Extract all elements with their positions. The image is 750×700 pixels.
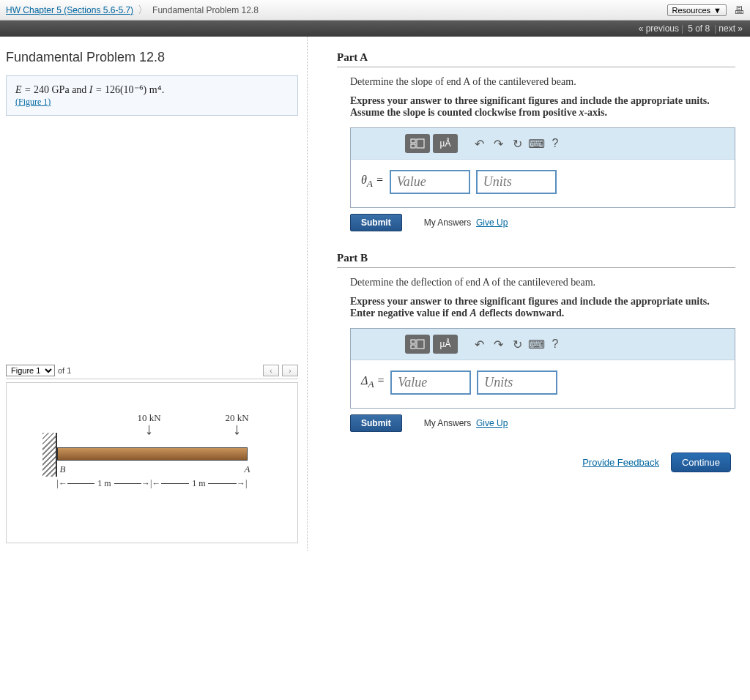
part-b-toolbar: µÅ ↶ ↷ ↻ ⌨ ? bbox=[351, 329, 735, 360]
my-answers-label: My Answers bbox=[424, 217, 472, 228]
given-E-value: 240 bbox=[34, 84, 49, 95]
dimension-1: |←1 m→| bbox=[57, 478, 152, 489]
problem-nav-bar: « previous | 5 of 8 | next » bbox=[0, 21, 750, 37]
svg-rect-4 bbox=[417, 340, 424, 349]
right-column: Part A Determine the slope of end A of t… bbox=[308, 37, 750, 551]
reset-icon[interactable]: ↻ bbox=[509, 336, 525, 352]
problem-title: Fundamental Problem 12.8 bbox=[6, 50, 298, 65]
svg-rect-1 bbox=[417, 139, 424, 148]
part-b-units-input[interactable] bbox=[477, 371, 557, 395]
given-E-label: E = bbox=[15, 84, 34, 95]
fixed-support bbox=[42, 433, 57, 477]
part-b-value-input[interactable] bbox=[390, 371, 471, 395]
figure-link[interactable]: (Figure 1) bbox=[15, 97, 51, 107]
figure-header: Figure 1 of 1 ‹ › bbox=[6, 365, 298, 379]
given-I-label: I = bbox=[89, 84, 105, 95]
problem-statement-box: E = 240 GPa and I = 126(10⁻⁶) m⁴. (Figur… bbox=[6, 75, 298, 116]
part-b-submit-button[interactable]: Submit bbox=[350, 414, 402, 432]
svg-rect-3 bbox=[411, 340, 415, 343]
beam bbox=[57, 447, 248, 461]
redo-icon[interactable]: ↷ bbox=[490, 135, 506, 152]
part-a-value-input[interactable] bbox=[390, 170, 470, 194]
breadcrumb-link[interactable]: HW Chapter 5 (Sections 5.6-5.7) bbox=[6, 5, 133, 15]
point-A-label: A bbox=[245, 463, 250, 475]
previous-link[interactable]: « previous bbox=[639, 23, 679, 34]
figure-next-button[interactable]: › bbox=[282, 365, 298, 376]
resources-label: Resources bbox=[672, 6, 711, 15]
template-icon[interactable] bbox=[405, 134, 430, 153]
nav-position: 5 of 8 bbox=[688, 23, 710, 34]
point-B-label: B bbox=[60, 463, 66, 475]
load-1: 10 kN↓ bbox=[138, 412, 161, 437]
top-bar: HW Chapter 5 (Sections 5.6-5.7) 〉 Fundam… bbox=[0, 0, 750, 21]
undo-icon[interactable]: ↶ bbox=[471, 135, 487, 152]
part-b-submit-row: Submit My Answers Give Up bbox=[350, 414, 735, 432]
reset-icon[interactable]: ↻ bbox=[509, 135, 525, 152]
units-icon[interactable]: µÅ bbox=[433, 335, 458, 354]
figure-image: 10 kN↓ 20 kN↓ B A |←1 m→| ←1 m→| bbox=[6, 382, 298, 543]
help-icon[interactable]: ? bbox=[547, 336, 563, 352]
given-mid: and bbox=[70, 84, 89, 95]
nav-divider: | bbox=[714, 23, 716, 34]
resources-button[interactable]: Resources ▼ bbox=[667, 4, 727, 16]
breadcrumb-current: Fundamental Problem 12.8 bbox=[152, 5, 259, 15]
keyboard-icon[interactable]: ⌨ bbox=[528, 135, 544, 152]
part-a-submit-row: Submit My Answers Give Up bbox=[350, 214, 735, 231]
next-link[interactable]: next » bbox=[719, 23, 743, 34]
dropdown-icon: ▼ bbox=[713, 6, 721, 15]
give-up-link[interactable]: Give Up bbox=[476, 418, 508, 428]
part-b-variable: ΔA = bbox=[361, 374, 385, 390]
figure-prev-button[interactable]: ‹ bbox=[263, 365, 279, 376]
footer-actions: Provide Feedback Continue bbox=[337, 453, 735, 472]
continue-button[interactable]: Continue bbox=[671, 453, 731, 472]
redo-icon[interactable]: ↷ bbox=[490, 336, 506, 352]
given-I-value: 126(10⁻⁶) m⁴ bbox=[105, 84, 162, 95]
svg-rect-0 bbox=[411, 139, 415, 143]
breadcrumb-separator: 〉 bbox=[138, 4, 148, 17]
give-up-link[interactable]: Give Up bbox=[476, 217, 508, 228]
part-a-toolbar: µÅ ↶ ↷ ↻ ⌨ ? bbox=[351, 128, 735, 160]
my-answers-label: My Answers bbox=[424, 418, 472, 428]
part-b-description: Determine the deflection of end A of the… bbox=[350, 277, 735, 288]
part-a-answer-box: µÅ ↶ ↷ ↻ ⌨ ? θA = bbox=[350, 127, 735, 208]
print-icon[interactable]: 🖶 bbox=[734, 4, 744, 16]
svg-rect-5 bbox=[411, 345, 415, 349]
part-a-instructions: Express your answer to three significant… bbox=[350, 95, 735, 119]
part-a-header: Part A bbox=[337, 51, 735, 67]
units-icon[interactable]: µÅ bbox=[433, 134, 458, 153]
part-a-variable: θA = bbox=[361, 174, 384, 190]
provide-feedback-link[interactable]: Provide Feedback bbox=[582, 457, 659, 468]
part-b-input-row: ΔA = bbox=[351, 360, 735, 408]
help-icon[interactable]: ? bbox=[547, 135, 563, 152]
keyboard-icon[interactable]: ⌨ bbox=[528, 336, 544, 352]
left-column: Fundamental Problem 12.8 E = 240 GPa and… bbox=[0, 37, 308, 551]
figure-selector[interactable]: Figure 1 bbox=[6, 365, 55, 376]
nav-divider: | bbox=[681, 23, 683, 34]
part-b-header: Part B bbox=[337, 252, 735, 268]
given-E-unit: GPa bbox=[49, 84, 70, 95]
part-a-description: Determine the slope of end A of the cant… bbox=[350, 76, 735, 88]
given-suffix: . bbox=[162, 84, 165, 95]
figure-panel: Figure 1 of 1 ‹ › 10 kN↓ 20 kN↓ B bbox=[6, 365, 298, 543]
dimension-2: ←1 m→| bbox=[152, 478, 248, 489]
part-a-units-input[interactable] bbox=[476, 170, 557, 194]
figure-count: of 1 bbox=[58, 366, 71, 375]
load-2: 20 kN↓ bbox=[226, 412, 249, 437]
part-a-input-row: θA = bbox=[351, 160, 735, 207]
part-b-instructions: Express your answer to three significant… bbox=[350, 296, 735, 319]
template-icon[interactable] bbox=[405, 335, 430, 354]
part-a-submit-button[interactable]: Submit bbox=[350, 214, 402, 231]
part-b-answer-box: µÅ ↶ ↷ ↻ ⌨ ? ΔA = bbox=[350, 328, 735, 409]
svg-rect-2 bbox=[411, 144, 415, 148]
undo-icon[interactable]: ↶ bbox=[471, 336, 487, 352]
